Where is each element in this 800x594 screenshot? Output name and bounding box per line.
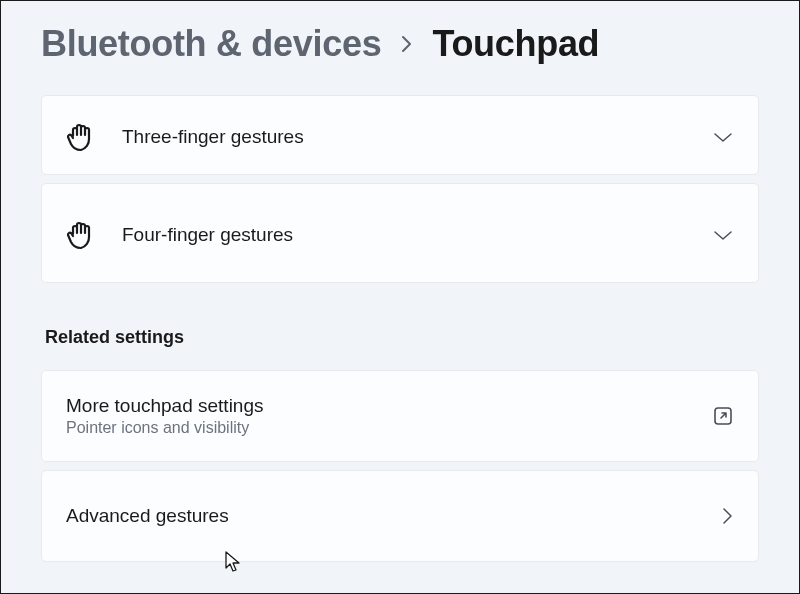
breadcrumb-current: Touchpad — [432, 23, 599, 65]
more-touchpad-settings-row[interactable]: More touchpad settings Pointer icons and… — [41, 370, 759, 462]
more-touchpad-settings-title: More touchpad settings — [66, 395, 712, 417]
breadcrumb: Bluetooth & devices Touchpad — [41, 1, 759, 95]
chevron-right-icon — [399, 33, 414, 55]
hand-icon — [66, 220, 94, 250]
hand-icon — [66, 122, 94, 152]
four-finger-gestures-row[interactable]: Four-finger gestures — [41, 183, 759, 283]
advanced-gestures-row[interactable]: Advanced gestures — [41, 470, 759, 562]
breadcrumb-parent[interactable]: Bluetooth & devices — [41, 23, 381, 65]
external-link-icon — [712, 405, 734, 427]
chevron-down-icon — [712, 228, 734, 242]
advanced-gestures-title: Advanced gestures — [66, 505, 720, 527]
related-settings-heading: Related settings — [41, 291, 759, 370]
four-finger-gestures-label: Four-finger gestures — [122, 224, 684, 246]
three-finger-gestures-label: Three-finger gestures — [122, 126, 684, 148]
chevron-down-icon — [712, 130, 734, 144]
more-touchpad-settings-subtitle: Pointer icons and visibility — [66, 419, 712, 437]
three-finger-gestures-row[interactable]: Three-finger gestures — [41, 95, 759, 175]
chevron-right-icon — [720, 505, 734, 527]
